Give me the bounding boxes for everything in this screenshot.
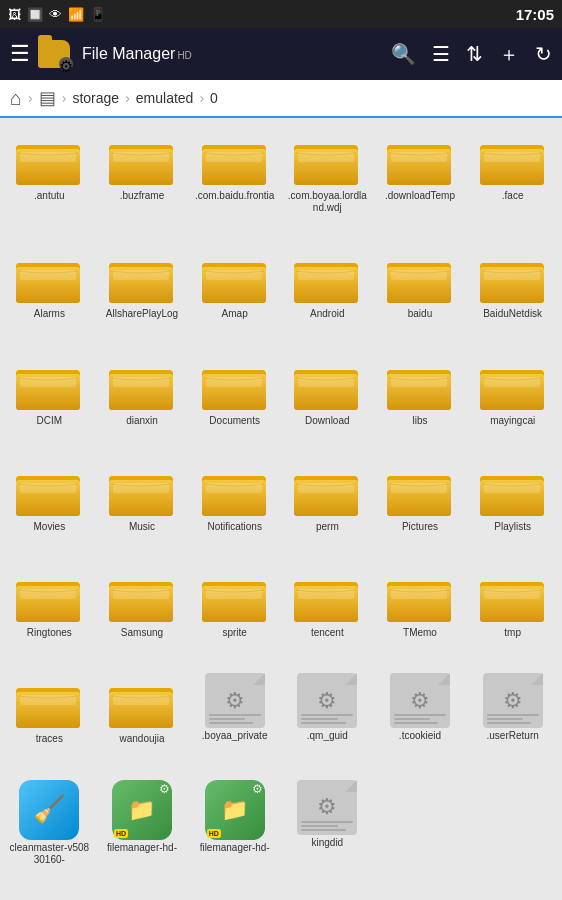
file-item[interactable]: .downloadTemp xyxy=(375,126,466,240)
file-item[interactable]: Samsung xyxy=(97,563,188,665)
file-item[interactable]: TMemo xyxy=(375,563,466,665)
file-item[interactable]: wandoujia xyxy=(97,669,188,771)
file-item[interactable]: ⚙ .boyaa_private xyxy=(189,669,280,771)
folder-icon xyxy=(478,567,548,625)
file-label: .face xyxy=(502,190,524,202)
svg-rect-2 xyxy=(20,152,76,162)
file-item[interactable]: Playlists xyxy=(467,457,558,559)
file-label: Pictures xyxy=(402,521,438,533)
search-button[interactable]: 🔍 xyxy=(391,42,416,66)
file-item[interactable]: tencent xyxy=(282,563,373,665)
toolbar-title-area: File Manager HD xyxy=(82,45,383,63)
file-item[interactable]: ⚙ kingdid xyxy=(282,776,373,892)
file-item[interactable]: libs xyxy=(375,351,466,453)
file-item[interactable]: .antutu xyxy=(4,126,95,240)
breadcrumb-storage[interactable]: storage xyxy=(72,90,119,106)
svg-rect-14 xyxy=(391,152,447,162)
add-button[interactable]: ＋ xyxy=(499,41,519,68)
svg-rect-17 xyxy=(484,152,540,162)
svg-rect-23 xyxy=(113,270,169,280)
breadcrumb-emulated[interactable]: emulated xyxy=(136,90,194,106)
file-item[interactable]: traces xyxy=(4,669,95,771)
file-item[interactable]: .buzframe xyxy=(97,126,188,240)
file-item[interactable]: Download xyxy=(282,351,373,453)
file-label: tmp xyxy=(504,627,521,639)
file-item[interactable]: Pictures xyxy=(375,457,466,559)
folder-icon xyxy=(107,461,177,519)
file-item[interactable]: Ringtones xyxy=(4,563,95,665)
svg-rect-71 xyxy=(484,483,540,493)
file-item[interactable]: DCIM xyxy=(4,351,95,453)
file-icon: ⚙ xyxy=(297,673,357,728)
app-icon-filemanager: 📁 HD ⚙ xyxy=(205,780,265,840)
file-item[interactable]: Movies xyxy=(4,457,95,559)
file-item[interactable]: ⚙ .tcookieid xyxy=(375,669,466,771)
svg-rect-83 xyxy=(298,589,354,599)
breadcrumb-count: 0 xyxy=(210,90,218,106)
svg-rect-53 xyxy=(484,377,540,387)
file-label: .com.boyaa.lordland.wdj xyxy=(287,190,367,214)
file-label: tencent xyxy=(311,627,344,639)
file-item[interactable]: 📁 HD ⚙ filemanager-hd- xyxy=(189,776,280,892)
file-item[interactable]: sprite xyxy=(189,563,280,665)
file-label: perm xyxy=(316,521,339,533)
file-item[interactable]: Documents xyxy=(189,351,280,453)
breadcrumb-sdcard[interactable]: ▤ xyxy=(39,87,56,109)
folder-icon xyxy=(478,130,548,188)
svg-rect-56 xyxy=(20,483,76,493)
file-grid: .antutu .buzf xyxy=(0,118,562,900)
folder-icon xyxy=(292,567,362,625)
breadcrumb-home[interactable]: ⌂ xyxy=(10,87,22,110)
notification-icon: 🖼 xyxy=(8,7,21,22)
file-label: AllsharePlayLog xyxy=(106,308,178,320)
file-item[interactable]: mayingcai xyxy=(467,351,558,453)
folder-icon xyxy=(292,130,362,188)
file-label: Music xyxy=(129,521,155,533)
svg-rect-62 xyxy=(206,483,262,493)
folder-icon xyxy=(292,248,362,306)
folder-icon xyxy=(107,567,177,625)
svg-rect-32 xyxy=(391,270,447,280)
file-item[interactable]: AllsharePlayLog xyxy=(97,244,188,346)
file-item[interactable]: .face xyxy=(467,126,558,240)
folder-icon xyxy=(385,355,455,413)
folder-icon xyxy=(14,461,84,519)
sort-button[interactable]: ⇅ xyxy=(466,42,483,66)
file-label: sprite xyxy=(222,627,246,639)
file-item[interactable]: dianxin xyxy=(97,351,188,453)
file-item[interactable]: perm xyxy=(282,457,373,559)
file-label: Android xyxy=(310,308,344,320)
file-item[interactable]: baidu xyxy=(375,244,466,346)
file-item[interactable]: .com.baidu.frontia xyxy=(189,126,280,240)
hamburger-menu[interactable]: ☰ xyxy=(10,41,30,67)
file-item[interactable]: .com.boyaa.lordland.wdj xyxy=(282,126,373,240)
file-item[interactable]: 🧹 cleanmaster-v50830160- xyxy=(4,776,95,892)
refresh-button[interactable]: ↻ xyxy=(535,42,552,66)
file-icon: ⚙ xyxy=(205,673,265,728)
folder-icon xyxy=(14,248,84,306)
list-view-button[interactable]: ☰ xyxy=(432,42,450,66)
svg-rect-50 xyxy=(391,377,447,387)
file-item[interactable]: Alarms xyxy=(4,244,95,346)
svg-rect-8 xyxy=(206,152,262,162)
app-title-super: HD xyxy=(177,50,191,61)
svg-rect-5 xyxy=(113,152,169,162)
folder-icon xyxy=(14,567,84,625)
file-item[interactable]: Music xyxy=(97,457,188,559)
file-label: cleanmaster-v50830160- xyxy=(9,842,89,866)
file-item[interactable]: Notifications xyxy=(189,457,280,559)
file-label: Ringtones xyxy=(27,627,72,639)
file-item[interactable]: Amap xyxy=(189,244,280,346)
folder-icon xyxy=(200,567,270,625)
file-item[interactable]: ⚙ .qm_guid xyxy=(282,669,373,771)
folder-icon xyxy=(107,673,177,731)
file-item[interactable]: Android xyxy=(282,244,373,346)
folder-icon xyxy=(200,461,270,519)
file-label: filemanager-hd- xyxy=(200,842,270,854)
file-item[interactable]: 📁 HD ⚙ filemanager-hd- xyxy=(97,776,188,892)
file-item[interactable]: BaiduNetdisk xyxy=(467,244,558,346)
app-icon-filemanager: 📁 HD ⚙ xyxy=(112,780,172,840)
file-item[interactable]: tmp xyxy=(467,563,558,665)
file-item[interactable]: ⚙ .userReturn xyxy=(467,669,558,771)
file-label: .com.baidu.frontia xyxy=(195,190,275,202)
